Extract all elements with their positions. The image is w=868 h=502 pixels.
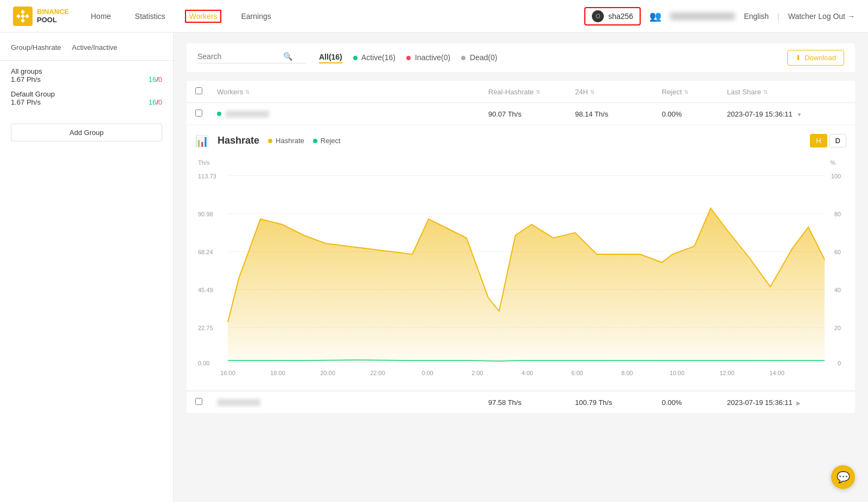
row1-worker-name — [217, 111, 488, 118]
legend-reject-label: Reject — [321, 137, 341, 145]
row-bottom-select[interactable] — [195, 398, 202, 405]
svg-text:45.49: 45.49 — [198, 287, 213, 293]
group-counts-all: 16/0 — [149, 75, 162, 83]
chart-header: 📊 Hashrate Hashrate Reject H — [195, 134, 846, 147]
row-bottom-hashrate: 97.58 Th/s — [488, 398, 575, 407]
sidebar-tab-active-inactive[interactable]: Active/Inactive — [72, 43, 118, 54]
search-input[interactable] — [197, 52, 279, 61]
select-all-checkbox[interactable] — [195, 87, 202, 94]
svg-text:16:00: 16:00 — [220, 370, 235, 376]
row1-expand-btn[interactable]: ▼ — [796, 112, 802, 118]
algo-badge[interactable]: ⬡ sha256 — [584, 7, 641, 25]
group-name-default: Default Group — [11, 90, 162, 98]
logout-icon: → — [847, 12, 855, 21]
svg-text:0: 0 — [838, 360, 841, 366]
row1-24h: 98.14 Th/s — [575, 110, 662, 118]
col-24h: 24H ⇅ — [575, 87, 662, 96]
col-hashrate-sort[interactable]: ⇅ — [536, 89, 540, 95]
svg-text:68.24: 68.24 — [198, 249, 213, 255]
workers-table: Workers ⇅ Real-Hashrate ⇅ 24H ⇅ Reject ⇅… — [187, 81, 855, 413]
group-hash-val-all: 1.67 Ph/s — [11, 75, 41, 83]
svg-text:%: % — [830, 159, 835, 166]
main-nav: Home Statistics Workers Earnings — [86, 10, 584, 23]
algo-icon: ⬡ — [592, 10, 604, 22]
sidebar-tab-group-hashrate[interactable]: Group/Hashrate — [11, 43, 61, 54]
col-last-share: Last Share ⇅ — [727, 87, 846, 96]
header-right: ⬡ sha256 👥 English | Watcher Log Out → — [584, 7, 855, 25]
svg-text:90.98: 90.98 — [198, 211, 213, 217]
col-hashrate-label: Real-Hashrate — [488, 88, 534, 96]
svg-text:80: 80 — [834, 211, 841, 217]
svg-text:20: 20 — [834, 325, 841, 331]
sidebar: Group/Hashrate Active/Inactive All group… — [0, 33, 174, 502]
nav-home[interactable]: Home — [86, 10, 115, 23]
tab-all[interactable]: All(16) — [319, 53, 342, 63]
sidebar-tabs: Group/Hashrate Active/Inactive — [0, 43, 173, 61]
group-counts-default: 16/0 — [149, 98, 162, 106]
download-button[interactable]: ⬇ Download — [787, 50, 844, 66]
users-icon[interactable]: 👥 — [649, 10, 661, 22]
row-bottom-last-share-val: 2023-07-19 15:36:11 — [727, 398, 793, 407]
col-reject-label: Reject — [662, 88, 682, 96]
chat-button[interactable]: 💬 — [831, 465, 855, 489]
row-bottom-reject: 0.00% — [662, 398, 727, 407]
period-buttons: H D — [810, 134, 846, 147]
chart-svg-wrapper: Th/s 113.73 90.98 68.24 45.49 22.75 0.00… — [195, 154, 846, 382]
tab-active-label: Active(16) — [361, 53, 395, 62]
svg-text:113.73: 113.73 — [198, 173, 216, 179]
svg-text:10:00: 10:00 — [669, 370, 685, 376]
col-real-hashrate: Real-Hashrate ⇅ — [488, 87, 575, 96]
svg-text:12:00: 12:00 — [719, 370, 735, 376]
logo-pool: POOL — [37, 16, 69, 24]
hashrate-chart: Th/s 113.73 90.98 68.24 45.49 22.75 0.00… — [195, 154, 846, 382]
svg-text:60: 60 — [834, 249, 841, 255]
row1-status-dot — [217, 112, 221, 116]
tab-active[interactable]: Active(16) — [353, 53, 395, 63]
nav-statistics[interactable]: Statistics — [131, 10, 170, 23]
tab-dead-dot — [461, 56, 465, 60]
group-item-default[interactable]: Default Group 1.67 Ph/s 16/0 — [11, 90, 162, 106]
logout-button[interactable]: Watcher Log Out → — [788, 12, 855, 21]
row1-select[interactable] — [195, 110, 202, 117]
tab-active-dot — [353, 56, 358, 60]
svg-text:4:00: 4:00 — [521, 370, 533, 376]
tab-dead-label: Dead(0) — [470, 53, 497, 62]
sidebar-groups: All groups 1.67 Ph/s 16/0 Default Group … — [0, 61, 173, 119]
row-bottom-last-share: 2023-07-19 15:36:11 ▶ — [727, 398, 846, 407]
svg-text:22:00: 22:00 — [370, 370, 385, 376]
nav-earnings[interactable]: Earnings — [237, 10, 275, 23]
period-d-button[interactable]: D — [829, 134, 846, 147]
nav-workers[interactable]: Workers — [185, 10, 222, 23]
col-24h-sort[interactable]: ⇅ — [590, 89, 595, 95]
row-bottom-expand-btn[interactable]: ▶ — [796, 400, 801, 406]
legend-reject: Reject — [313, 137, 341, 145]
filter-bar: 🔍 All(16) Active(16) Inactive(0) Dead(0) — [187, 43, 855, 72]
row1-last-share: 2023-07-19 15:36:11 ▼ — [727, 110, 846, 118]
tab-dead[interactable]: Dead(0) — [461, 53, 497, 63]
algo-name: sha256 — [608, 12, 633, 21]
legend-hashrate-label: Hashrate — [276, 137, 304, 145]
col-workers-sort[interactable]: ⇅ — [245, 89, 250, 95]
tab-inactive-label: Inactive(0) — [415, 53, 450, 62]
svg-text:40: 40 — [834, 287, 841, 293]
svg-text:18:00: 18:00 — [270, 370, 285, 376]
language-selector[interactable]: English — [744, 12, 769, 21]
svg-text:2:00: 2:00 — [471, 370, 483, 376]
row-bottom-worker-blur — [217, 399, 260, 406]
group-item-all[interactable]: All groups 1.67 Ph/s 16/0 — [11, 67, 162, 83]
download-label: Download — [805, 54, 836, 62]
group-hashrate-all: 1.67 Ph/s 16/0 — [11, 75, 162, 83]
period-h-button[interactable]: H — [810, 134, 827, 147]
col-last-share-sort[interactable]: ⇅ — [763, 89, 768, 95]
add-group-button[interactable]: Add Group — [11, 124, 162, 141]
binance-logo-icon — [13, 7, 33, 26]
col-reject-sort[interactable]: ⇅ — [684, 89, 688, 95]
legend-reject-dot — [313, 139, 317, 143]
svg-text:100: 100 — [831, 173, 841, 179]
header: BINANCE POOL Home Statistics Workers Ear… — [0, 0, 868, 33]
svg-text:20:00: 20:00 — [320, 370, 335, 376]
col-reject: Reject ⇅ — [662, 87, 727, 96]
row-bottom-worker-name — [217, 399, 488, 406]
chart-title: Hashrate — [218, 135, 259, 146]
tab-inactive[interactable]: Inactive(0) — [406, 53, 450, 63]
